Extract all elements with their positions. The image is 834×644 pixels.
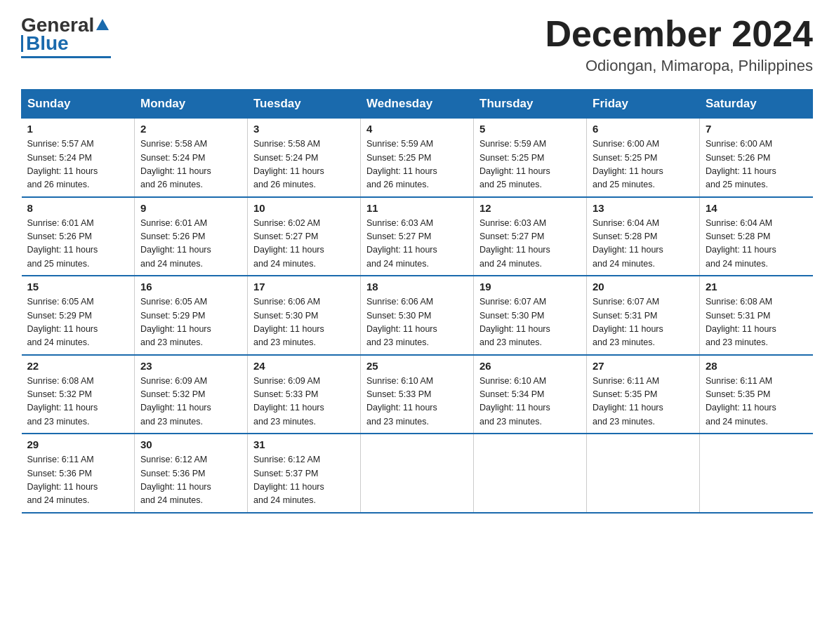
calendar-cell: 19 Sunrise: 6:07 AM Sunset: 5:30 PM Dayl… [474,276,587,355]
calendar-title: December 2024 [545,14,813,54]
calendar-cell: 7 Sunrise: 6:00 AM Sunset: 5:26 PM Dayli… [700,119,813,197]
day-info: Sunrise: 5:57 AM Sunset: 5:24 PM Dayligh… [27,137,129,192]
page-header: General Blue December 2024 Odiongan, Mim… [21,14,813,75]
day-number: 14 [706,202,807,214]
day-number: 24 [253,360,355,372]
day-number: 6 [593,123,694,135]
day-info: Sunrise: 6:07 AM Sunset: 5:30 PM Dayligh… [479,295,581,350]
day-info: Sunrise: 6:10 AM Sunset: 5:33 PM Dayligh… [366,375,468,429]
day-info: Sunrise: 6:02 AM Sunset: 5:27 PM Dayligh… [253,217,355,271]
day-info: Sunrise: 5:59 AM Sunset: 5:25 PM Dayligh… [366,137,468,192]
day-info: Sunrise: 6:04 AM Sunset: 5:28 PM Dayligh… [706,217,807,271]
day-number: 4 [366,123,468,135]
calendar-cell: 24 Sunrise: 6:09 AM Sunset: 5:33 PM Dayl… [248,355,361,434]
header-saturday: Saturday [700,90,813,119]
calendar-cell: 22 Sunrise: 6:08 AM Sunset: 5:32 PM Dayl… [22,355,135,434]
day-info: Sunrise: 6:03 AM Sunset: 5:27 PM Dayligh… [479,217,581,271]
day-number: 12 [479,202,581,214]
day-number: 7 [706,123,807,135]
day-info: Sunrise: 6:10 AM Sunset: 5:34 PM Dayligh… [479,375,581,429]
day-info: Sunrise: 6:06 AM Sunset: 5:30 PM Dayligh… [253,295,355,350]
calendar-table: Sunday Monday Tuesday Wednesday Thursday… [21,89,813,514]
calendar-header-row: Sunday Monday Tuesday Wednesday Thursday… [22,90,813,119]
day-number: 21 [706,281,807,293]
day-number: 1 [27,123,129,135]
day-info: Sunrise: 6:06 AM Sunset: 5:30 PM Dayligh… [366,295,468,350]
calendar-cell: 27 Sunrise: 6:11 AM Sunset: 5:35 PM Dayl… [587,355,700,434]
day-info: Sunrise: 6:04 AM Sunset: 5:28 PM Dayligh… [593,217,694,271]
logo-underline [21,56,111,58]
logo-icon [95,18,110,33]
calendar-cell: 13 Sunrise: 6:04 AM Sunset: 5:28 PM Dayl… [587,197,700,276]
logo-blue-text: Blue [26,32,69,55]
day-number: 9 [140,202,241,214]
day-number: 5 [479,123,581,135]
calendar-cell: 18 Sunrise: 6:06 AM Sunset: 5:30 PM Dayl… [361,276,474,355]
calendar-cell: 23 Sunrise: 6:09 AM Sunset: 5:32 PM Dayl… [135,355,248,434]
calendar-cell: 5 Sunrise: 5:59 AM Sunset: 5:25 PM Dayli… [474,119,587,197]
calendar-cell: 15 Sunrise: 6:05 AM Sunset: 5:29 PM Dayl… [22,276,135,355]
day-number: 28 [706,360,807,372]
logo: General Blue [21,14,111,58]
day-number: 3 [253,123,355,135]
day-number: 16 [140,281,241,293]
day-number: 2 [140,123,241,135]
calendar-week-row: 22 Sunrise: 6:08 AM Sunset: 5:32 PM Dayl… [22,355,813,434]
day-number: 29 [27,438,129,450]
day-info: Sunrise: 6:07 AM Sunset: 5:31 PM Dayligh… [593,295,694,350]
header-tuesday: Tuesday [248,90,361,119]
calendar-week-row: 1 Sunrise: 5:57 AM Sunset: 5:24 PM Dayli… [22,119,813,197]
calendar-cell [361,434,474,513]
day-info: Sunrise: 6:08 AM Sunset: 5:32 PM Dayligh… [27,375,129,429]
calendar-cell: 2 Sunrise: 5:58 AM Sunset: 5:24 PM Dayli… [135,119,248,197]
day-info: Sunrise: 6:11 AM Sunset: 5:35 PM Dayligh… [706,375,807,429]
calendar-cell: 12 Sunrise: 6:03 AM Sunset: 5:27 PM Dayl… [474,197,587,276]
header-sunday: Sunday [22,90,135,119]
calendar-cell: 31 Sunrise: 6:12 AM Sunset: 5:37 PM Dayl… [248,434,361,513]
day-info: Sunrise: 6:01 AM Sunset: 5:26 PM Dayligh… [140,217,241,271]
calendar-cell [700,434,813,513]
day-info: Sunrise: 6:05 AM Sunset: 5:29 PM Dayligh… [27,295,129,350]
day-number: 13 [593,202,694,214]
calendar-cell: 4 Sunrise: 5:59 AM Sunset: 5:25 PM Dayli… [361,119,474,197]
day-number: 15 [27,281,129,293]
calendar-cell: 26 Sunrise: 6:10 AM Sunset: 5:34 PM Dayl… [474,355,587,434]
day-number: 22 [27,360,129,372]
calendar-cell: 9 Sunrise: 6:01 AM Sunset: 5:26 PM Dayli… [135,197,248,276]
calendar-cell: 28 Sunrise: 6:11 AM Sunset: 5:35 PM Dayl… [700,355,813,434]
header-wednesday: Wednesday [361,90,474,119]
day-number: 27 [593,360,694,372]
header-thursday: Thursday [474,90,587,119]
day-info: Sunrise: 5:58 AM Sunset: 5:24 PM Dayligh… [140,137,241,192]
day-info: Sunrise: 6:00 AM Sunset: 5:26 PM Dayligh… [706,137,807,192]
calendar-week-row: 29 Sunrise: 6:11 AM Sunset: 5:36 PM Dayl… [22,434,813,513]
calendar-cell [587,434,700,513]
day-info: Sunrise: 5:59 AM Sunset: 5:25 PM Dayligh… [479,137,581,192]
day-info: Sunrise: 6:05 AM Sunset: 5:29 PM Dayligh… [140,295,241,350]
calendar-cell: 25 Sunrise: 6:10 AM Sunset: 5:33 PM Dayl… [361,355,474,434]
day-number: 30 [140,438,241,450]
calendar-cell: 30 Sunrise: 6:12 AM Sunset: 5:36 PM Dayl… [135,434,248,513]
day-number: 25 [366,360,468,372]
day-info: Sunrise: 6:11 AM Sunset: 5:36 PM Dayligh… [27,453,129,508]
calendar-cell: 16 Sunrise: 6:05 AM Sunset: 5:29 PM Dayl… [135,276,248,355]
day-number: 31 [253,438,355,450]
day-number: 18 [366,281,468,293]
day-number: 19 [479,281,581,293]
calendar-cell [474,434,587,513]
day-info: Sunrise: 6:01 AM Sunset: 5:26 PM Dayligh… [27,217,129,271]
day-info: Sunrise: 6:12 AM Sunset: 5:37 PM Dayligh… [253,453,355,508]
calendar-cell: 29 Sunrise: 6:11 AM Sunset: 5:36 PM Dayl… [22,434,135,513]
logo-divider [21,35,23,52]
day-info: Sunrise: 6:09 AM Sunset: 5:32 PM Dayligh… [140,375,241,429]
day-number: 23 [140,360,241,372]
calendar-cell: 3 Sunrise: 5:58 AM Sunset: 5:24 PM Dayli… [248,119,361,197]
day-number: 20 [593,281,694,293]
calendar-cell: 6 Sunrise: 6:00 AM Sunset: 5:25 PM Dayli… [587,119,700,197]
calendar-cell: 21 Sunrise: 6:08 AM Sunset: 5:31 PM Dayl… [700,276,813,355]
day-number: 26 [479,360,581,372]
calendar-cell: 10 Sunrise: 6:02 AM Sunset: 5:27 PM Dayl… [248,197,361,276]
day-number: 11 [366,202,468,214]
day-number: 8 [27,202,129,214]
day-number: 10 [253,202,355,214]
